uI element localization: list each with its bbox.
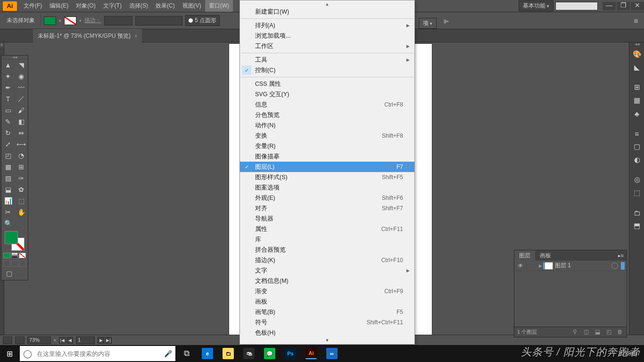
menu-item[interactable]: 工具▶: [240, 55, 414, 65]
shape-builder-tool[interactable]: ◔: [15, 150, 28, 161]
search-input[interactable]: [35, 350, 160, 357]
screen-mode-btn[interactable]: ▢: [2, 268, 16, 279]
menu-item[interactable]: 渐变Ctrl+F9: [240, 286, 414, 296]
menu-item[interactable]: 画笔(B)F5: [240, 307, 414, 317]
menu-select[interactable]: 选择(S): [125, 0, 152, 12]
target-icon[interactable]: [611, 263, 618, 269]
none-mode-btn[interactable]: [19, 253, 26, 258]
menu-item[interactable]: 变量(R): [240, 141, 414, 151]
gradient-tool[interactable]: ▨: [1, 173, 15, 184]
menu-item[interactable]: SVG 交互(Y): [240, 89, 414, 99]
pencil-tool[interactable]: ✎: [1, 116, 15, 127]
tab-artboards[interactable]: 画板: [535, 250, 556, 261]
menu-item[interactable]: 排列(A)▶: [240, 20, 414, 31]
color-mode-btn[interactable]: [3, 253, 10, 258]
menu-item[interactable]: CSS 属性: [240, 79, 414, 89]
blend-tool[interactable]: ⬓: [1, 184, 15, 195]
menu-item[interactable]: 动作(N): [240, 120, 414, 131]
menu-edit[interactable]: 编辑(E): [46, 0, 72, 12]
eraser-tool[interactable]: ◧: [15, 116, 28, 127]
mesh-tool[interactable]: ⊞: [15, 161, 28, 173]
workspace-switcher[interactable]: 基本功能 ▾: [519, 0, 553, 11]
next-artboard-btn[interactable]: ▶: [98, 337, 104, 344]
taskbar-app-generic[interactable]: ∞: [322, 345, 342, 362]
window-close-button[interactable]: ✕: [631, 2, 644, 10]
taskbar-search[interactable]: ◯ 🎤: [20, 346, 175, 361]
taskbar-app-store[interactable]: 🛍: [239, 345, 259, 362]
taskbar-app-edge[interactable]: e: [197, 345, 218, 362]
artboard-number-input[interactable]: 1: [76, 337, 95, 344]
menu-item[interactable]: 图形样式(S)Shift+F5: [240, 172, 414, 182]
menu-item[interactable]: 变换Shift+F8: [240, 131, 414, 141]
menu-item[interactable]: 画板: [240, 296, 414, 307]
pen-tool[interactable]: ✒: [1, 82, 15, 93]
stroke-panel-icon[interactable]: ≡: [630, 127, 644, 140]
hand-tool[interactable]: ✋: [15, 206, 28, 218]
menu-item[interactable]: 符号Shift+Ctrl+F11: [240, 317, 414, 328]
mic-icon[interactable]: 🎤: [160, 350, 175, 357]
first-artboard-btn[interactable]: |◀: [59, 337, 66, 344]
menu-item[interactable]: 文档信息(M): [240, 276, 414, 286]
symbol-sprayer-tool[interactable]: ✿: [15, 184, 28, 195]
scroll-down-arrow[interactable]: ▼: [240, 338, 414, 343]
stroke-profile-input[interactable]: [135, 16, 182, 25]
last-artboard-btn[interactable]: ▶|: [105, 337, 112, 344]
visibility-toggle-icon[interactable]: 👁: [514, 263, 527, 269]
options-bar-menu-icon[interactable]: ≡: [632, 17, 640, 25]
menu-file[interactable]: 文件(F): [20, 0, 46, 12]
curvature-tool[interactable]: 〰: [15, 82, 28, 93]
draw-inside-btn[interactable]: [19, 260, 26, 267]
start-button[interactable]: ⊞: [0, 345, 19, 362]
prev-artboard-btn[interactable]: ◀: [66, 337, 73, 344]
menu-item[interactable]: 库: [240, 234, 414, 245]
close-icon[interactable]: ×: [134, 33, 137, 39]
selection-tool[interactable]: ▲: [1, 59, 15, 71]
stroke-label[interactable]: 描边：: [84, 16, 101, 25]
transparency-panel-icon[interactable]: ◐: [630, 154, 644, 166]
swatches-panel-icon[interactable]: ⊞: [630, 81, 644, 93]
slice-tool[interactable]: ✂: [1, 206, 15, 218]
scroll-up-arrow[interactable]: ▲: [240, 2, 414, 7]
menu-item[interactable]: 图案选项: [240, 182, 414, 193]
rectangle-tool[interactable]: ▭: [1, 105, 15, 116]
zoom-tool[interactable]: 🔍: [1, 218, 15, 229]
menu-item[interactable]: 描边(K)Ctrl+F10: [240, 255, 414, 265]
window-maximize-button[interactable]: ❐: [617, 2, 630, 10]
align-icon[interactable]: ⊫: [444, 18, 449, 25]
status-btn[interactable]: [15, 337, 25, 344]
appearance-panel-icon[interactable]: ◎: [630, 173, 644, 186]
create-sublayer-icon[interactable]: ⬓: [594, 329, 601, 336]
direct-selection-tool[interactable]: ◥: [15, 59, 28, 71]
stroke-swatch[interactable]: [64, 16, 76, 25]
taskbar-app-wechat[interactable]: 💬: [259, 345, 280, 362]
column-graph-tool[interactable]: 📊: [1, 195, 15, 206]
cortana-icon[interactable]: ◯: [20, 349, 35, 359]
stroke-width-input[interactable]: [104, 16, 132, 25]
taskbar-app-explorer[interactable]: 🗀: [218, 345, 239, 362]
menu-item[interactable]: 分色预览: [240, 110, 414, 120]
locate-object-icon[interactable]: ⚲: [571, 329, 578, 336]
brush-definition-field[interactable]: 5 点圆形: [185, 15, 220, 26]
tab-layers[interactable]: 图层: [514, 250, 535, 261]
menu-item[interactable]: 工作区▶: [240, 41, 414, 51]
make-clipping-mask-icon[interactable]: ◫: [582, 329, 590, 336]
task-view-icon[interactable]: ⧉: [176, 345, 197, 362]
draw-normal-btn[interactable]: [3, 260, 10, 267]
menu-item[interactable]: 图像描摹: [240, 151, 414, 162]
menu-item[interactable]: 新建窗口(W): [240, 7, 414, 17]
menu-item[interactable]: ✓图层(L)F7: [240, 162, 414, 172]
reflect-tool[interactable]: ⇔: [15, 127, 28, 139]
symbols-panel-icon[interactable]: ♣: [630, 107, 644, 120]
fill-swatch[interactable]: [44, 16, 56, 25]
gpu-preview-btn[interactable]: [3, 337, 12, 344]
taskbar-app-ps[interactable]: Ps: [280, 345, 301, 362]
menu-window[interactable]: 窗口(W): [205, 0, 233, 12]
layer-name[interactable]: 图层 1: [555, 262, 609, 270]
graphic-styles-icon[interactable]: ⬚: [630, 187, 644, 199]
zoom-input[interactable]: 73%: [27, 337, 51, 344]
menu-item[interactable]: 色板(H): [240, 328, 414, 338]
layers-panel-icon[interactable]: ⬒: [630, 220, 644, 232]
libraries-panel-icon[interactable]: 🗀: [630, 206, 644, 219]
create-layer-icon[interactable]: ◰: [605, 329, 612, 336]
tools-panel-handle[interactable]: ◀◀: [1, 56, 28, 59]
